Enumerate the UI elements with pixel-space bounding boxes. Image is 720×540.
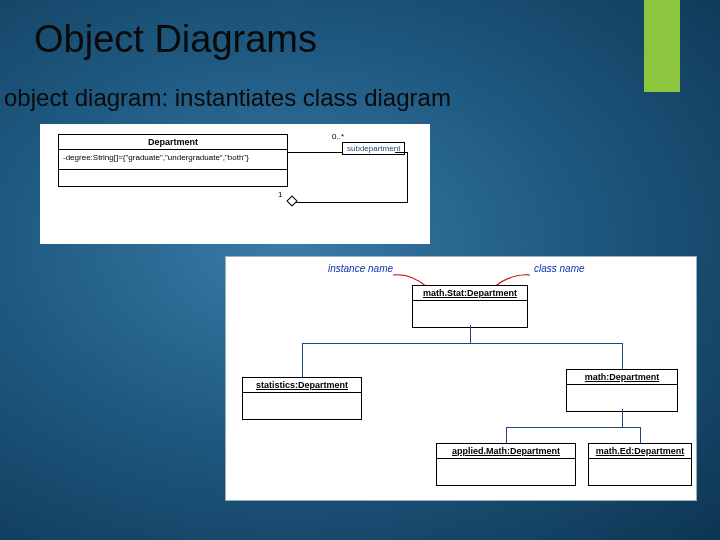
- annotation-instance-name: instance name: [328, 263, 393, 274]
- link-line: [622, 343, 623, 369]
- link-line: [470, 325, 471, 343]
- multiplicity-many: 0..*: [332, 132, 344, 141]
- object-label: applied.Math:Department: [437, 444, 575, 459]
- assoc-line: [395, 152, 407, 153]
- object-statistics: statistics:Department: [242, 377, 362, 420]
- slide-subtitle: object diagram: instantiates class diagr…: [4, 84, 451, 112]
- multiplicity-one: 1: [278, 190, 282, 199]
- class-attribute: -degree:String[]={"graduate","undergradu…: [59, 150, 287, 170]
- link-line: [331, 343, 591, 344]
- object-mathstat: math.Stat:Department: [412, 285, 528, 328]
- class-diagram: Department -degree:String[]={"graduate",…: [40, 124, 430, 244]
- class-operations: [59, 170, 287, 186]
- link-line: [302, 343, 303, 377]
- class-department: Department -degree:String[]={"graduate",…: [58, 134, 288, 187]
- assoc-line: [407, 152, 408, 202]
- object-diagram: instance name class name math.Stat:Depar…: [225, 256, 697, 501]
- role-subdepartment: subdepartment: [342, 142, 405, 155]
- link-line: [591, 343, 623, 344]
- slide-title: Object Diagrams: [34, 18, 317, 61]
- assoc-line: [288, 152, 342, 153]
- link-line: [506, 427, 507, 443]
- aggregation-diamond-icon: [286, 195, 297, 206]
- link-line: [302, 343, 332, 344]
- object-label: math.Ed:Department: [589, 444, 691, 459]
- accent-bar: [644, 0, 680, 92]
- link-line: [622, 409, 623, 427]
- object-applied-math: applied.Math:Department: [436, 443, 576, 486]
- class-name: Department: [59, 135, 287, 150]
- link-line: [506, 427, 640, 428]
- object-math-ed: math.Ed:Department: [588, 443, 692, 486]
- link-line: [640, 427, 641, 443]
- object-label: math:Department: [567, 370, 677, 385]
- object-label: statistics:Department: [243, 378, 361, 393]
- assoc-line: [294, 202, 408, 203]
- object-label: math.Stat:Department: [413, 286, 527, 301]
- annotation-class-name: class name: [534, 263, 585, 274]
- object-math: math:Department: [566, 369, 678, 412]
